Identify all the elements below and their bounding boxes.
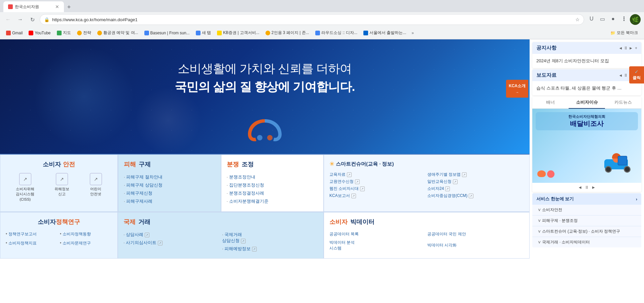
intl-link-consult-apply[interactable]: 국제거래상담신청 ↗ [222, 231, 318, 245]
address-bar[interactable]: 🔒 https://www.kca.go.kr/home/main.do#Pag… [40, 14, 584, 25]
policy-link-3[interactable]: 소비자정책지표 [6, 240, 58, 247]
click-button[interactable]: ✓ 클릭 [629, 66, 644, 83]
strategy-favicon [77, 31, 82, 35]
forward-button[interactable]: → [15, 15, 25, 24]
bookmark-2person[interactable]: 2인용 3 페이지 | 존... [263, 29, 312, 37]
bigdata-link-public-list[interactable]: 공공데이터 목록 [329, 231, 426, 238]
bookmark-seoul[interactable]: 서울에서 출발하는... [361, 29, 409, 37]
policy-link-4[interactable]: 소비자문제연구 [60, 240, 112, 247]
bigdata-link-visual[interactable]: 빅데이터 시각화 [427, 239, 524, 252]
smart-link-general-edu[interactable]: 일반교육신청 ↗ [427, 178, 524, 185]
damage-link-2[interactable]: 피해구제 상담신청 [124, 181, 215, 189]
back-button[interactable]: ← [3, 15, 13, 24]
new-tab-button[interactable]: + [64, 2, 74, 12]
tab-close-button[interactable]: ✕ [55, 4, 59, 9]
tab-banner[interactable]: 배너 [532, 97, 569, 108]
bookmark-newtab[interactable]: 새 탭 [193, 29, 214, 37]
ext-icon: ↗ [241, 239, 246, 243]
press-prev-btn[interactable]: ◄ [619, 73, 623, 78]
ciss-item[interactable]: ↗ 소비자위해감시시스템(CISS) [16, 173, 34, 202]
more-bookmarks-button[interactable]: » [409, 29, 416, 37]
damage-link-4[interactable]: 피해구제사례 [124, 197, 215, 205]
damage-title-row: 피해 구제 [124, 160, 215, 168]
banner-next-btn[interactable]: ► [592, 185, 596, 190]
bigdata-link-analysis[interactable]: 빅데이터 분석시스템 [329, 239, 426, 252]
dispute-link-3[interactable]: 분쟁조정결정사례 [227, 189, 318, 197]
bookmark-gmail[interactable]: Gmail [3, 29, 25, 37]
bookmark-youtube[interactable]: YouTube [26, 29, 53, 37]
smart-link-teacher[interactable]: 교원연수신청 ↗ [329, 178, 426, 185]
bookmark-basesun[interactable]: Basesun | From sun... [142, 29, 192, 37]
bookmark-loud[interactable]: 라우드소싱 :: 디자... [313, 29, 360, 37]
smart-left-col: 교육자료 ↗ 교원연수신청 ↗ 웹진 소비자시대 ↗ KCA보고서 ↗ [329, 171, 426, 199]
banner-image-area: 한국소비자단체협의회 배달비조사 [532, 109, 641, 183]
notice-pause-btn[interactable]: II [624, 46, 627, 50]
smart-link-ccm[interactable]: 소비자중심경영(CCM) ↗ [427, 192, 524, 199]
policy-link-2[interactable]: 소비자정책동향 [60, 231, 112, 238]
dispute-link-4[interactable]: 소비자분쟁해결기준 [227, 197, 318, 205]
policy-link-1[interactable]: 정책연구보고서 [6, 231, 58, 238]
reload-button[interactable]: ↻ [28, 15, 37, 24]
smart-link-webzine[interactable]: 웹진 소비자시대 ↗ [329, 185, 426, 192]
tab-card-news[interactable]: 카드뉴스 [605, 97, 641, 108]
bookmark-label: Gmail [12, 31, 23, 35]
extensions-button[interactable]: U [587, 14, 596, 24]
active-tab[interactable]: 한국소비자원 ✕ [3, 1, 64, 12]
dispute-link-1[interactable]: 분쟁조정안내 [227, 173, 318, 181]
service-item-smart[interactable]: ∨ 스마트컨슈머 (교육·정보) · 소비자 정책연구 [532, 226, 641, 237]
svg-point-1 [267, 135, 273, 140]
policy-cell: 소비자정책연구 정책연구보고서 소비자정책동향 소비자정책지표 소비자문제연구 [0, 212, 118, 259]
press-section: 보도자료 ◄ II ► + 습식 스포츠 타월, 새 상품은 물에 헹군 후 … [532, 69, 641, 95]
banner-content: 한국소비자단체협의회 배달비조사 [532, 109, 641, 183]
service-item-damage[interactable]: ∨ 피해구제 · 분쟁조정 [532, 215, 641, 226]
notice-content: 2024년 제8기 소비자안전모니터 모집 [532, 54, 641, 68]
page-wrapper: 소비생활에 가치와 신뢰를 더하여 국민의 삶의 질 향상에 기여합니다. [0, 39, 644, 259]
settings-button[interactable]: ⁝ [619, 14, 629, 24]
bookmark-star-icon[interactable]: ☆ [575, 17, 580, 22]
damage-link-1[interactable]: 피해구제 절차안내 [124, 173, 215, 181]
profile-button[interactable]: ● [608, 14, 618, 24]
service-nav-title[interactable]: 서비스 한눈에 보기 › [532, 193, 641, 205]
banner-pause-btn[interactable]: II [585, 185, 588, 190]
kca-intro-side-tab[interactable]: KCA소개 → [506, 80, 528, 98]
notice-next-btn[interactable]: ► [629, 46, 633, 50]
banner-section: 배너 소비자이슈 카드뉴스 한국소비자단체협의회 배달비조사 [532, 97, 641, 192]
service-item-safety[interactable]: ∨ 소비자안전 [532, 205, 641, 215]
smart-link-edu[interactable]: 교육자료 ↗ [329, 171, 426, 178]
bookmark-flight[interactable]: 황공권 예약 및 여... [95, 29, 141, 37]
bigdata-link-public-propose[interactable]: 공공데이터 국민 제안 [427, 231, 524, 238]
intl-link-prevention[interactable]: 피해예방정보 ↗ [222, 245, 318, 253]
loud-favicon [315, 31, 320, 35]
intl-link-fraud[interactable]: 사기의심사이트 ↗ [123, 239, 219, 247]
notice-section: 공지사항 ◄ II ► + 2024년 제8기 소비자안전모니터 모집 [532, 42, 641, 68]
tab-consumer-issue[interactable]: 소비자이슈 [569, 97, 605, 109]
damage-link-3[interactable]: 피해구제신청 [124, 189, 215, 197]
smart-consumer-cell: ✳ 스마트컨슈머(교육 · 정보) 교육자료 ↗ 교원연수신청 ↗ 웹진 소비자… [324, 155, 530, 212]
all-bookmarks-label: 모든 북마크 [617, 30, 638, 36]
smart-link-lifecycle[interactable]: 생애주기별 정보맵 ↗ [427, 171, 524, 178]
ext-icon: ↗ [145, 233, 149, 237]
notice-plus-btn[interactable]: + [635, 46, 637, 50]
dispute-link-2[interactable]: 집단분쟁조정신청 [227, 181, 318, 189]
service-item-intl[interactable]: ∨ 국제거래 · 소비자빅데이터 [532, 237, 641, 247]
cast-button[interactable]: ▭ [598, 14, 607, 24]
smart-link-consumer24[interactable]: 소비자24 ↗ [427, 185, 524, 192]
notice-prev-btn[interactable]: ◄ [619, 46, 623, 50]
banner-org-label: 한국소비자단체협의회 [539, 114, 635, 119]
press-pause-btn[interactable]: II [624, 73, 627, 78]
bookmark-maps[interactable]: 지도 [54, 29, 74, 37]
bookmark-kb[interactable]: KB증권 | 고객서비... [214, 29, 262, 37]
child-safety-item[interactable]: ↗ 어린이안전넷 [90, 173, 102, 202]
kb-favicon [217, 31, 222, 35]
banner-prev-btn[interactable]: ◄ [578, 185, 582, 190]
intl-kanji: 국제 [123, 218, 136, 226]
bigdata-links-grid: 공공데이터 목록 공공데이터 국민 제안 빅데이터 분석시스템 빅데이터 시각화 [329, 231, 524, 252]
all-bookmarks-button[interactable]: 📁 모든 북마크 [608, 29, 641, 37]
user-avatar[interactable]: 🌿 [630, 14, 641, 25]
hazard-report-item[interactable]: ↗ 위해정보신고 [55, 173, 69, 202]
kca-logo [241, 116, 288, 144]
intl-link-consult[interactable]: 상담사례 ↗ [123, 231, 219, 239]
smart-link-kca-report[interactable]: KCA보고서 ↗ [329, 192, 426, 199]
damage-kanji: 피해 [124, 160, 136, 168]
bookmark-strategy[interactable]: 전략 [74, 29, 94, 37]
